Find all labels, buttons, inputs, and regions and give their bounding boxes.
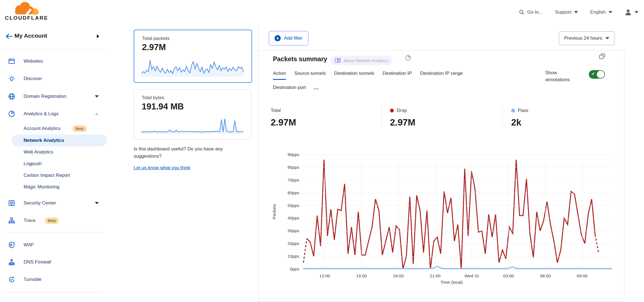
tabs-overflow-button[interactable]: ... <box>314 85 319 91</box>
packets-time-series-chart: Packets Time (local) 0pps10pps20pps30pps… <box>258 142 624 297</box>
sidebar-item-label: Carbon Impact Report <box>24 173 70 178</box>
sidebar-item-waf[interactable]: WAF <box>0 239 108 251</box>
sidebar-item-logpush[interactable]: Logpush <box>0 158 108 170</box>
feedback-link[interactable]: Let us know what you think <box>134 165 190 171</box>
sidebar-item-web-analytics[interactable]: Web Analytics <box>0 146 108 158</box>
sidebar-item-magic-monitoring[interactable]: Magic Monitoring <box>0 181 108 193</box>
gridline <box>301 256 613 257</box>
cloudflare-dashboard: CLOUDFLARE Go to... Support English <box>0 0 644 302</box>
cloudflare-cloud-icon <box>5 2 52 16</box>
shield-gear-icon <box>8 242 15 248</box>
sidebar-item-analytics-logs[interactable]: Analytics & Logs <box>0 108 108 120</box>
y-axis-title: Packets <box>272 195 277 228</box>
book-icon <box>335 58 341 63</box>
dimension-tabs: Action Source tunnels Destination tunnel… <box>273 71 463 76</box>
time-range-dropdown[interactable]: Previous 24 hours <box>559 31 615 45</box>
chevron-up-icon <box>95 113 99 115</box>
sidebar-item-dns-firewall[interactable]: DNS Firewall <box>0 256 108 268</box>
sidebar-item-network-analytics[interactable]: Network Analytics <box>0 134 108 147</box>
check-icon: ✓ <box>591 71 595 76</box>
topbar: CLOUDFLARE Go to... Support English <box>0 0 644 25</box>
chevron-down-icon <box>608 11 612 13</box>
next-card-top-border <box>258 301 624 302</box>
expand-copy-icon[interactable] <box>599 53 606 60</box>
x-tick-label: 21:00 <box>419 273 452 278</box>
lightbulb-icon <box>8 75 15 82</box>
sidebar-item-carbon-impact-report[interactable]: Carbon Impact Report <box>0 169 108 181</box>
chevron-down-icon <box>605 37 609 39</box>
language-label: English <box>590 9 606 15</box>
language-menu[interactable]: English <box>590 9 612 15</box>
tab-source-tunnels[interactable]: Source tunnels <box>294 71 326 76</box>
gridline <box>301 155 613 155</box>
y-tick-label: 40pps <box>272 215 299 221</box>
gridline <box>582 155 582 269</box>
gridline <box>301 269 613 269</box>
gridline <box>301 167 613 168</box>
x-tick-label: 18:00 <box>382 273 415 278</box>
stat-drop-label: Drop <box>390 108 407 113</box>
chevron-down-icon <box>574 11 578 13</box>
cloudflare-logo[interactable]: CLOUDFLARE <box>5 2 52 22</box>
cloudflare-wordmark: CLOUDFLARE <box>5 15 48 21</box>
chevron-right-icon[interactable] <box>97 34 99 38</box>
tab-destination-ip-range[interactable]: Destination IP range <box>420 71 463 76</box>
topnav: Go to... Support English <box>519 0 638 24</box>
refresh-check-icon <box>8 276 15 283</box>
sidebar-item-label: Websites <box>24 58 43 64</box>
sidebar-item-discover[interactable]: Discover <box>0 73 108 85</box>
sidebar-item-label: Trace <box>24 218 36 223</box>
support-menu[interactable]: Support <box>555 9 578 15</box>
browser-icon <box>8 58 15 65</box>
sidebar-item-security-center[interactable]: Security Center <box>0 197 108 209</box>
feedback-question: Is this dashboard useful? Do you have an… <box>134 145 249 160</box>
main-panel: + Add filter Previous 24 hours Packets s… <box>258 24 644 302</box>
total-packets-card[interactable]: Total packets 2.97M <box>134 30 252 83</box>
packets-summary-card: Packets summary About Network Analytics <box>258 50 624 299</box>
about-network-analytics-badge[interactable]: About Network Analytics <box>331 56 393 65</box>
go-to-search[interactable]: Go to... <box>519 9 543 15</box>
sidebar-item-account-analytics[interactable]: Account Analytics Beta <box>0 122 108 135</box>
stat-total-value: 2.97M <box>271 117 296 128</box>
tab-destination-tunnels[interactable]: Destination tunnels <box>334 71 374 76</box>
y-tick-label: 10pps <box>272 253 299 259</box>
y-tick-label: 30pps <box>272 228 299 234</box>
stat-divider <box>381 106 382 127</box>
show-annotations-toggle[interactable]: ✓ <box>589 70 605 79</box>
about-badge-label: About Network Analytics <box>343 58 388 63</box>
gridline <box>362 155 362 269</box>
packets-sparkline <box>141 58 244 77</box>
add-filter-button[interactable]: + Add filter <box>269 31 308 45</box>
dns-tree-icon <box>8 259 15 265</box>
sidebar-item-domain-registration[interactable]: Domain Registration <box>0 90 108 103</box>
tab-action[interactable]: Action <box>273 71 286 76</box>
tab-destination-ip[interactable]: Destination IP <box>382 71 412 76</box>
chevron-down-icon <box>95 95 99 98</box>
gridline <box>545 155 546 269</box>
panel-title: Packets summary <box>273 55 327 63</box>
toggle-knob <box>597 71 604 78</box>
sidebar-item-trace[interactable]: Trace Beta <box>0 214 108 227</box>
account-menu[interactable] <box>625 9 638 16</box>
sidebar-item-websites[interactable]: Websites <box>0 55 108 67</box>
back-arrow-icon[interactable] <box>6 33 13 40</box>
chevron-down-icon <box>635 11 638 13</box>
sidebar-divider <box>4 232 103 232</box>
tab-destination-port[interactable]: Destination port <box>273 85 306 90</box>
go-to-label: Go to... <box>527 9 543 15</box>
total-bytes-card[interactable]: Total bytes 191.94 MB <box>134 89 252 140</box>
sidebar-item-label: Network Analytics <box>24 138 64 143</box>
x-tick-label: 03:00 <box>492 273 525 278</box>
sidebar-item-label: Account Analytics <box>24 126 60 131</box>
y-tick-label: 20pps <box>272 240 299 247</box>
y-tick-label: 70pps <box>272 177 299 183</box>
metric-cards-column: Total packets 2.97M Total bytes 191.94 M… <box>108 24 258 302</box>
gridline <box>301 218 613 218</box>
gridline <box>301 206 613 206</box>
sidebar-item-label: WAF <box>24 242 34 248</box>
sidebar-divider <box>4 292 103 293</box>
sidebar-item-label: Discover <box>24 76 42 81</box>
y-tick-label: 90pps <box>272 152 299 158</box>
sidebar-item-cutoff[interactable] <box>0 299 108 302</box>
sidebar-item-turnstile[interactable]: Turnstile <box>0 273 108 286</box>
